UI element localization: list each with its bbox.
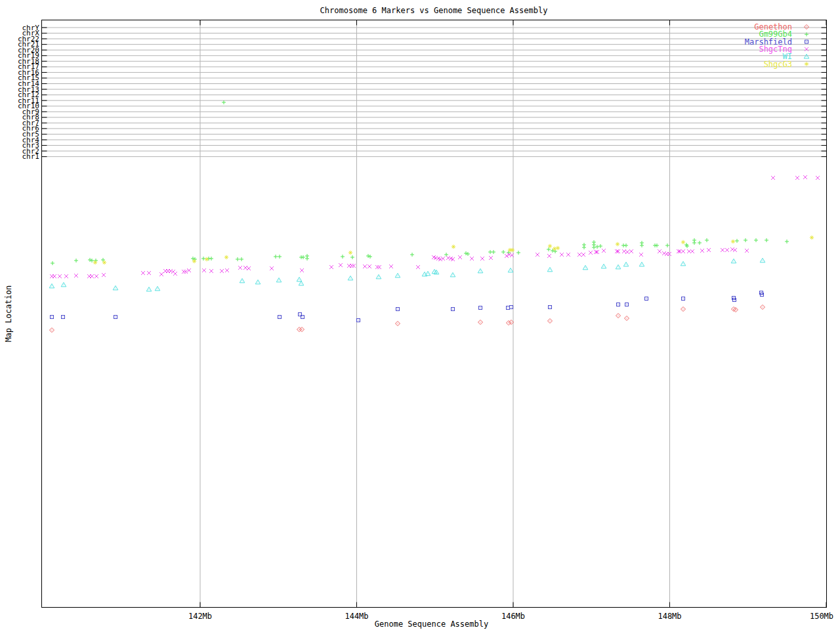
point-ShgcTng [441, 257, 445, 261]
point-ShgcTng [329, 265, 333, 269]
point-ShgcTng [589, 251, 593, 255]
x-tick-label-146Mb: 146Mb [501, 612, 525, 620]
x-tick-label-150Mb: 150Mb [810, 612, 833, 620]
point-Genethon [50, 328, 54, 333]
scatter-plot-canvas: GenethonGm99Gb4MarshfieldShgcTngWIShgcG3 [0, 0, 840, 630]
point-Gm99Gb4 [236, 257, 240, 261]
point-ShgcTng [547, 254, 551, 258]
point-WI [61, 282, 66, 286]
point-Marshfield [62, 316, 65, 319]
point-Marshfield [114, 316, 117, 319]
point-ShgcTng [730, 247, 734, 251]
point-Gm99Gb4 [464, 251, 468, 255]
point-Gm99Gb4 [88, 258, 92, 262]
point-WI [49, 284, 54, 287]
point-ShgcTng [368, 264, 371, 268]
point-Marshfield [51, 316, 54, 319]
point-Gm99Gb4 [74, 259, 78, 262]
point-WI [681, 261, 686, 265]
point-Marshfield [625, 303, 629, 306]
point-ShgcTng [182, 270, 186, 274]
point-ShgcTng [625, 250, 629, 254]
chart-screenshot: GenethonGm99Gb4MarshfieldShgcTngWIShgcG3… [0, 0, 840, 630]
point-ShgcTng [480, 257, 484, 261]
point-Genethon [548, 319, 553, 324]
point-Gm99Gb4 [765, 238, 768, 242]
point-ShgcTng [446, 256, 450, 260]
point-Gm99Gb4 [492, 250, 495, 254]
y-axis-label: Map Location [5, 285, 12, 343]
point-Gm99Gb4 [754, 238, 758, 242]
point-Gm99Gb4 [341, 255, 345, 259]
point-Gm99Gb4 [274, 255, 278, 259]
series-Marshfield [51, 291, 764, 322]
chart-title: Chromosome 6 Markers vs Genome Sequence … [41, 7, 826, 14]
point-WI [623, 262, 629, 266]
point-Genethon [761, 305, 765, 310]
point-ShgcG3 [553, 247, 556, 251]
point-WI [395, 273, 400, 277]
point-ShgcTng [64, 274, 68, 278]
point-WI [240, 278, 245, 282]
point-ShgcTng [270, 266, 274, 270]
point-ShgcTng [662, 251, 666, 255]
point-ShgcTng [300, 268, 304, 272]
point-ShgcTng [52, 274, 56, 278]
point-ShgcTng [721, 248, 724, 252]
point-ShgcTng [184, 270, 188, 274]
point-Gm99Gb4 [598, 244, 602, 248]
point-WI [731, 259, 736, 262]
point-ShgcTng [350, 264, 354, 268]
point-Gm99Gb4 [90, 259, 94, 262]
point-ShgcTng [458, 255, 462, 259]
point-ShgcTng [74, 274, 78, 278]
point-WI [299, 281, 304, 285]
point-ShgcTng [159, 272, 163, 276]
point-ShgcG3 [348, 251, 352, 255]
point-ShgcTng [375, 265, 379, 269]
point-ShgcTng [247, 266, 251, 270]
point-ShgcG3 [205, 257, 209, 261]
point-ShgcTng [225, 268, 229, 272]
point-ShgcG3 [224, 255, 228, 259]
point-Gm99Gb4 [278, 255, 282, 259]
legend-marker-Genethon [805, 25, 809, 30]
point-ShgcTng [363, 264, 367, 268]
point-Gm99Gb4 [350, 255, 354, 259]
point-Gm99Gb4 [516, 251, 520, 255]
series-Gm99Gb4 [51, 100, 789, 265]
point-WI [255, 280, 261, 284]
point-WI [508, 268, 513, 272]
y-tick-label-chr1: chr1 [3, 153, 39, 160]
point-ShgcTng [690, 249, 694, 253]
point-ShgcTng [795, 176, 799, 180]
point-ShgcTng [90, 274, 94, 278]
point-ShgcTng [581, 253, 585, 257]
point-Gm99Gb4 [698, 241, 702, 245]
point-ShgcTng [725, 248, 729, 252]
point-Gm99Gb4 [466, 252, 470, 256]
point-ShgcTng [489, 256, 493, 260]
point-WI [146, 287, 152, 291]
point-Gm99Gb4 [735, 239, 739, 243]
point-WI [276, 278, 282, 282]
point-Gm99Gb4 [209, 257, 213, 261]
point-Genethon [616, 314, 621, 318]
point-ShgcTng [566, 253, 570, 257]
point-ShgcTng [803, 175, 807, 179]
point-ShgcTng [377, 265, 381, 269]
point-Gm99Gb4 [705, 238, 709, 242]
point-ShgcTng [622, 249, 626, 253]
point-Gm99Gb4 [501, 250, 505, 254]
series-Genethon [50, 305, 765, 333]
point-ShgcTng [536, 253, 539, 257]
point-ShgcTng [602, 249, 606, 253]
point-Gm99Gb4 [592, 245, 596, 249]
legend-marker-ShgcTng [805, 47, 808, 51]
point-ShgcG3 [810, 236, 814, 240]
point-WI [760, 258, 765, 262]
point-ShgcTng [416, 265, 420, 269]
series-ShgcTng [50, 175, 820, 278]
point-Genethon [396, 322, 400, 326]
point-ShgcG3 [681, 240, 685, 244]
